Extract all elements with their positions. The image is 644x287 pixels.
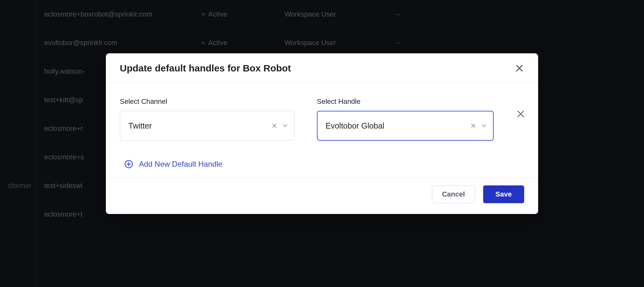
- add-new-default-handle-label: Add New Default Handle: [139, 160, 223, 169]
- update-default-handles-modal: Update default handles for Box Robot Sel…: [106, 53, 538, 214]
- handle-select[interactable]: Evoltobor Global: [317, 111, 494, 141]
- channel-field: Select Channel Twitter: [120, 97, 295, 141]
- modal-header: Update default handles for Box Robot: [106, 53, 538, 83]
- clear-icon[interactable]: [470, 122, 477, 129]
- channel-select[interactable]: Twitter: [120, 111, 295, 141]
- clear-icon[interactable]: [271, 122, 278, 129]
- modal-title: Update default handles for Box Robot: [120, 63, 291, 74]
- chevron-down-icon[interactable]: [481, 122, 488, 129]
- add-new-default-handle-button[interactable]: Add New Default Handle: [120, 160, 524, 169]
- save-button[interactable]: Save: [483, 185, 524, 203]
- handle-value: Evoltobor Global: [325, 121, 466, 130]
- channel-label: Select Channel: [120, 97, 295, 106]
- chevron-down-icon[interactable]: [282, 122, 289, 129]
- handle-label: Select Handle: [317, 97, 494, 106]
- channel-value: Twitter: [128, 121, 267, 130]
- close-icon[interactable]: [515, 63, 524, 73]
- remove-row-icon[interactable]: [516, 109, 525, 119]
- plus-circle-icon: [124, 160, 133, 169]
- modal-body: Select Channel Twitter Select Handle Evo…: [106, 83, 538, 178]
- handle-field: Select Handle Evoltobor Global: [317, 97, 494, 141]
- cancel-button[interactable]: Cancel: [432, 185, 475, 203]
- modal-footer: Cancel Save: [106, 178, 538, 214]
